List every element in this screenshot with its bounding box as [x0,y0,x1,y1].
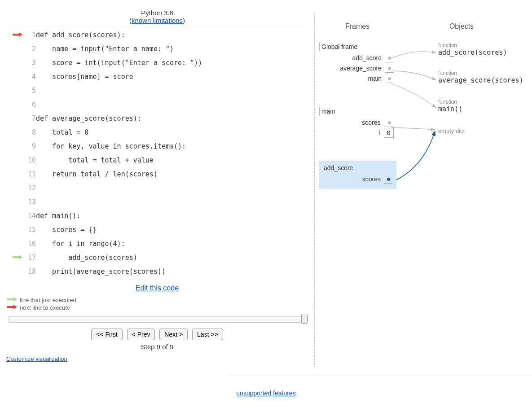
step-slider[interactable] [8,316,308,323]
object-type: function [438,99,462,105]
arrow-cell [9,70,22,84]
objects-header-label: Objects [396,22,528,31]
code-scroll[interactable]: 1def add_score(scores):2 name = input("E… [9,28,305,280]
line-number: 10 [22,154,36,167]
line-number: 14 [22,209,36,223]
code-line: 8 total = 0 [9,126,305,140]
code-line: 16 for i in range(4): [9,237,305,251]
code-line: 11 return total / len(scores) [9,167,305,181]
var-name: scores [320,118,383,127]
arrow-cell [9,167,22,181]
line-number: 15 [22,223,36,237]
code-text: for key, value in scores.items(): [36,140,305,154]
code-line: 19 [9,279,305,280]
line-number: 4 [22,70,36,84]
code-line: 9 for key, value in scores.items(): [9,140,305,154]
arrow-cell [9,42,22,56]
line-number: 3 [22,56,36,70]
frame-title: add_score [322,163,394,172]
footer-divider [229,376,532,376]
code-text [36,84,305,98]
object-type: function [438,42,507,48]
code-text: total = total + value [36,154,305,167]
code-line: 3 score = int(input("Enter a score: ")) [9,56,305,70]
code-table: 1def add_score(scores):2 name = input("E… [9,28,305,280]
line-number: 11 [22,167,36,181]
line-number: 18 [22,265,36,279]
object-func: function average_score(scores) [438,70,523,84]
arrow-cell [9,237,22,251]
language-header: Python 3.6 (known limitations) [4,9,310,24]
first-button[interactable]: << First [91,329,122,340]
line-number: 2 [22,42,36,56]
pointer-dot [388,121,391,124]
line-number: 6 [22,98,36,112]
code-text: return total / len(scores) [36,167,305,181]
code-line: 17 add_score(scores) [9,251,305,265]
var-name: scores [323,174,383,184]
var-name: main [320,74,384,83]
arrow-cell [9,126,22,140]
pointer-dot [388,67,391,70]
line-number: 8 [22,126,36,140]
arrow-cell [9,56,22,70]
code-line: 13 [9,195,305,209]
edit-code-link[interactable]: Edit this code [136,284,179,292]
known-limitations-link[interactable]: known limitations [132,17,183,24]
unsupported-features-link[interactable]: unsupported features [236,390,295,397]
var-value: 0 [384,128,394,138]
code-panel: Python 3.6 (known limitations) 1def add_… [0,0,314,367]
legend-just-executed: line that just executed [20,297,76,303]
code-text: name = input("Enter a name: ") [36,42,305,56]
customize-link[interactable]: Customize visualization [6,355,67,362]
code-line: 14def main(): [9,209,305,223]
var-name: average_score [320,63,384,73]
arrow-cell [9,209,22,223]
line-number: 17 [22,251,36,265]
code-line: 15 scores = {} [9,223,305,237]
line-number: 9 [22,140,36,154]
frame-global: Global frame add_score average_score mai… [319,42,395,84]
code-line: 7def average_score(scores): [9,112,305,126]
code-text: total = 0 [36,126,305,140]
line-number: 1 [22,28,36,42]
code-text: scores[name] = score [36,70,305,84]
legend-next-execute: next line to execute [20,304,70,311]
arrow-cell [9,181,22,195]
arrow-cell [9,140,22,154]
arrow-cell [9,251,22,265]
frame-main: main scores i 0 [319,107,395,139]
arrow-cell [9,195,22,209]
object-label: average_score(scores) [438,76,523,84]
code-line: 1def add_score(scores): [9,28,305,42]
nav-buttons: << First < Prev Next > Last >> [4,329,310,340]
code-text [36,181,305,195]
arrow-cell [9,279,22,280]
code-text [36,98,305,112]
object-dict: empty dict [438,127,465,134]
code-line: 5 [9,84,305,98]
frame-title: Global frame [319,42,395,51]
var-name: add_score [320,53,384,62]
red-arrow-icon [7,304,17,311]
pointer-dot [387,178,390,181]
viz-panel: Frames Objects [314,13,532,367]
pointer-dot [388,57,391,60]
arrow-cell [9,154,22,167]
arrow-cell [9,112,22,126]
object-func: function main() [438,99,462,113]
code-text: add_score(scores) [36,251,305,265]
code-text: for i in range(4): [36,237,305,251]
code-text: print(average_score(scores)) [36,265,305,279]
object-type: function [438,70,523,76]
code-line: 10 total = total + value [9,154,305,167]
prev-button[interactable]: < Prev [127,329,155,340]
object-label: main() [438,105,462,113]
code-line: 2 name = input("Enter a name: ") [9,42,305,56]
viz-header: Frames Objects [319,22,528,31]
code-text: scores = {} [36,223,305,237]
next-button[interactable]: Next > [159,329,188,340]
code-area: 1def add_score(scores):2 name = input("E… [9,28,305,280]
code-text: def add_score(scores): [36,28,305,42]
last-button[interactable]: Last >> [192,329,223,340]
